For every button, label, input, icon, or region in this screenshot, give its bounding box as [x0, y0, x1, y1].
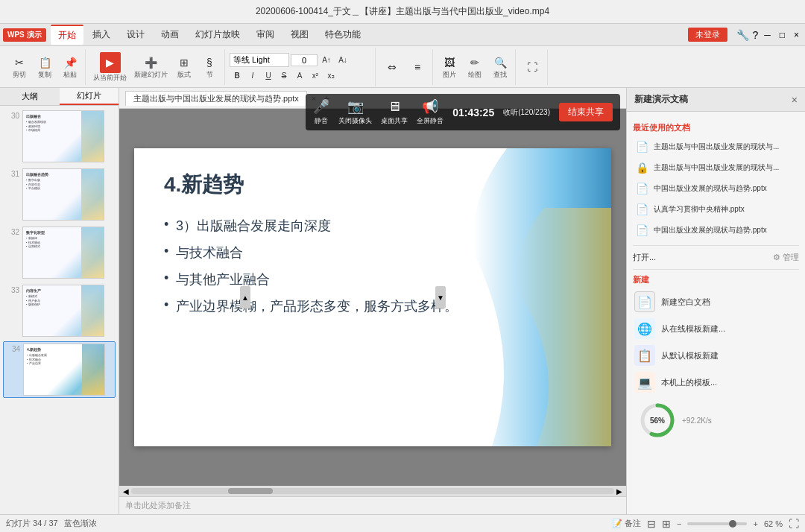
decrease-font-button[interactable]: A↓: [335, 55, 350, 65]
view-slideshow-button[interactable]: ⊞: [662, 518, 671, 530]
file-icon-2: 🔒: [634, 160, 649, 175]
horizontal-scrollbar[interactable]: ◀ ▶: [119, 486, 626, 496]
drawing-icon: ✏: [467, 55, 482, 70]
new-blank-button[interactable]: 📄 新建空白文档: [633, 288, 799, 315]
slide-thumb-32[interactable]: 32 数字化转型 • 新媒体• 技术驱动• 运营模式: [3, 225, 116, 280]
open-link[interactable]: 打开...: [633, 252, 656, 263]
menu-tab-insert[interactable]: 插入: [85, 25, 118, 44]
file-name-4: 认真学习贯彻中央精神.pptx: [654, 204, 798, 215]
layout-icon: ⊞: [177, 55, 192, 70]
slide-panel-tabs: 大纲 幻灯片: [0, 88, 119, 106]
register-button[interactable]: 未登录: [688, 28, 727, 42]
font-color-button[interactable]: A: [292, 70, 307, 81]
superscript-button[interactable]: x²: [308, 70, 323, 81]
file-icon-1: 📄: [634, 139, 649, 154]
fit-page-button[interactable]: ⛶: [789, 518, 799, 530]
menu-tab-slideshow[interactable]: 幻灯片放映: [188, 25, 247, 44]
end-share-button[interactable]: 结束共享: [559, 103, 613, 121]
new-local-template-button[interactable]: 💻 本机上的模板...: [633, 369, 799, 396]
paragraph-group: ⇔ ≡: [377, 49, 433, 85]
recent-file-2[interactable]: 🔒 主题出版与中国出版业发展的现状与...: [633, 157, 799, 178]
zoom-out-button[interactable]: −: [677, 519, 681, 528]
scroll-down-button[interactable]: ▼: [435, 286, 446, 308]
screen-share-button[interactable]: 🖥 桌面共享: [381, 99, 408, 126]
find-button[interactable]: 🔍 查找: [488, 54, 512, 81]
section-button[interactable]: § 节: [198, 54, 221, 81]
menu-tab-design[interactable]: 设计: [119, 25, 152, 44]
underline-button[interactable]: U: [261, 70, 276, 81]
align-button[interactable]: ≡: [405, 58, 429, 76]
paste-button[interactable]: 📌 粘贴: [58, 54, 82, 81]
toolbar-icon-1[interactable]: 🔧: [736, 29, 749, 41]
copy-button[interactable]: 📋 复制: [33, 54, 57, 81]
increase-font-button[interactable]: A↑: [319, 55, 334, 65]
recent-file-1[interactable]: 📄 主题出版与中国出版业发展的现状与...: [633, 136, 799, 157]
help-icon[interactable]: ?: [752, 29, 758, 41]
bold-button[interactable]: B: [230, 70, 244, 81]
open-manage-row: 打开... ⚙ 管理: [633, 250, 799, 265]
menu-tab-special[interactable]: 特色功能: [318, 25, 368, 44]
fullscreen-button[interactable]: 📢 全屏静音: [417, 98, 443, 126]
copy-icon: 📋: [37, 55, 52, 70]
notes-bar[interactable]: 单击此处添加备注: [119, 496, 626, 514]
slide-thumb-30[interactable]: 30 出版融合 • 融合发展现状• 政策环境• 市场格局: [3, 109, 116, 164]
maximize-button[interactable]: □: [777, 30, 788, 40]
menu-tab-animation[interactable]: 动画: [154, 25, 186, 44]
menu-tab-review[interactable]: 审阅: [249, 25, 282, 44]
slide-preview-31: 出版融合趋势 • 数字出版• 内容生态• 平台建设: [22, 168, 104, 221]
text-direction-button[interactable]: ⇔: [380, 58, 404, 76]
full-screen-button[interactable]: ⛶: [520, 58, 544, 76]
scroll-thumb[interactable]: [228, 488, 273, 494]
manage-link[interactable]: ⚙ 管理: [773, 252, 799, 263]
bullet-item-3: 与其他产业融合: [164, 270, 581, 288]
insert-group: 🖼 图片 ✏ 绘图 🔍 查找: [435, 49, 516, 85]
camera-button[interactable]: 📷 关闭摄像头: [338, 98, 372, 126]
drawing-button[interactable]: ✏ 绘图: [463, 54, 487, 81]
slides-tab[interactable]: 幻灯片: [60, 88, 119, 105]
paste-icon: 📌: [63, 55, 78, 70]
file-icon-4: 📄: [634, 202, 649, 217]
scroll-left-button[interactable]: ◀: [121, 487, 131, 495]
minimize-button[interactable]: ─: [761, 30, 774, 40]
new-slide-button[interactable]: ➕ 新建幻灯片: [131, 54, 171, 81]
view-normal-button[interactable]: ⊟: [647, 518, 656, 530]
clipboard-group: ✂ 剪切 📋 复制 📌 粘贴: [4, 49, 86, 85]
slide-thumb-33[interactable]: 33 内容生产 • 新模式• 用户参与• 版权保护: [3, 283, 116, 338]
panel-close-button[interactable]: ×: [792, 94, 798, 106]
recent-file-5[interactable]: 📄 中国出版业发展的现状与趋势.pptx: [633, 220, 799, 241]
new-blank-icon: 📄: [634, 291, 655, 312]
menu-tab-view[interactable]: 视图: [283, 25, 316, 44]
italic-button[interactable]: I: [245, 70, 260, 81]
font-size-input[interactable]: 0: [291, 54, 318, 66]
close-button[interactable]: ×: [791, 30, 802, 40]
notes-toggle-button[interactable]: 📝 备注: [612, 518, 641, 529]
font-name-input[interactable]: 等线 Light: [230, 53, 289, 67]
strikethrough-button[interactable]: S: [277, 70, 291, 81]
zoom-level: 62 %: [764, 519, 783, 528]
new-online-template-button[interactable]: 🌐 从在线模板新建...: [633, 315, 799, 342]
window-title: 20200606-100414_于文＿【讲座】主题出版与当代中国出版业_vide…: [256, 5, 549, 18]
recent-file-4[interactable]: 📄 认真学习贯彻中央精神.pptx: [633, 199, 799, 220]
subscript-button[interactable]: x₂: [323, 70, 338, 81]
new-default-template-button[interactable]: 📋 从默认模板新建: [633, 342, 799, 369]
recent-file-3[interactable]: 📄 中国出版业发展的现状与趋势.pptx: [633, 178, 799, 199]
file-name-5: 中国出版业发展的现状与趋势.pptx: [654, 225, 798, 235]
outline-tab[interactable]: 大纲: [0, 88, 60, 105]
start-from-current-button[interactable]: ▶ 从当前开始: [90, 51, 130, 84]
file-tab[interactable]: 主题出版与中国出版业发展的现状与趋势.pptx: [125, 91, 307, 106]
wps-logo[interactable]: WPS 演示: [3, 28, 46, 42]
file-name-1: 主题出版与中国出版业发展的现状与...: [654, 142, 798, 152]
title-bar: 20200606-100414_于文＿【讲座】主题出版与当代中国出版业_vide…: [0, 0, 805, 24]
layout-button[interactable]: ⊞ 版式: [172, 54, 196, 81]
scroll-up-button[interactable]: ▲: [240, 286, 250, 308]
mute-button[interactable]: 🎤 静音: [313, 98, 329, 126]
zoom-in-button[interactable]: +: [753, 519, 757, 528]
cut-button[interactable]: ✂ 剪切: [7, 54, 31, 81]
slide-thumb-34[interactable]: 34 4.新趋势 • 出版融合发展• 技术融合• 产业边界: [3, 341, 116, 398]
scroll-right-button[interactable]: ▶: [614, 487, 625, 495]
zoom-slider[interactable]: [687, 522, 747, 525]
menu-tab-start[interactable]: 开始: [51, 25, 83, 45]
insert-picture-button[interactable]: 🖼 图片: [438, 54, 461, 81]
progress-info: +92.2K/s: [682, 417, 712, 425]
slide-thumb-31[interactable]: 31 出版融合趋势 • 数字出版• 内容生态• 平台建设: [3, 167, 116, 222]
